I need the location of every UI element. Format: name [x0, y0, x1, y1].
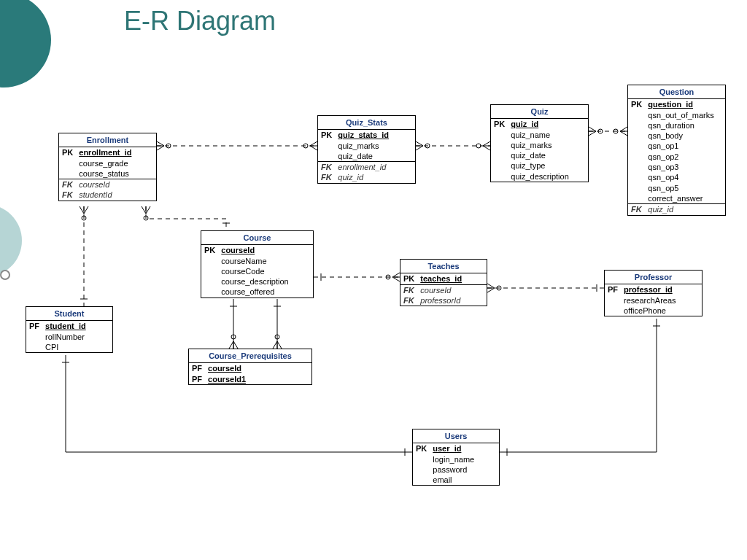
field-keytype: [201, 287, 218, 297]
field-row: qsn_op4: [628, 172, 725, 182]
field-row: PKquiz_id: [491, 119, 588, 129]
entity-title: Course_Prerequisites: [189, 349, 311, 363]
field-name: qsn_body: [645, 131, 725, 141]
field-row: course_grade: [59, 158, 156, 168]
field-row: FKcourseId: [59, 179, 156, 190]
field-row: rollNumber: [26, 332, 112, 342]
field-row: quiz_marks: [318, 141, 415, 151]
field-name: studentId: [76, 190, 156, 200]
entity-fields: PKcourseIdcourseNamecourseCodecourse_des…: [201, 245, 313, 297]
entity-fields: PFstudent_idrollNumberCPI: [26, 321, 112, 352]
field-keytype: [26, 342, 42, 352]
field-row: researchAreas: [605, 295, 702, 306]
field-row: FKquiz_id: [628, 204, 725, 214]
field-keytype: [413, 454, 430, 464]
field-name: officePhone: [621, 306, 702, 316]
field-row: PKuser_id: [413, 443, 499, 454]
field-row: PKenrollment_id: [59, 147, 156, 158]
field-keytype: [628, 110, 645, 120]
entity-course: CoursePKcourseIdcourseNamecourseCodecour…: [201, 230, 314, 298]
field-name: student_id: [42, 321, 112, 331]
field-name: quiz_description: [508, 171, 588, 182]
field-row: qsn_duration: [628, 120, 725, 131]
entity-enrollment: EnrollmentPKenrollment_idcourse_gradecou…: [58, 133, 157, 201]
field-name: qsn_op1: [645, 141, 725, 151]
field-row: login_name: [413, 454, 499, 464]
entity-fields: PKquiz_idquiz_namequiz_marksquiz_datequi…: [491, 119, 588, 182]
entity-fields: PKquestion_idqsn_out_of_marksqsn_duratio…: [628, 99, 725, 214]
field-name: quiz_marks: [335, 141, 415, 151]
field-row: PFcourseId1: [189, 374, 311, 384]
field-keytype: [605, 306, 621, 316]
field-keytype: [318, 151, 335, 162]
field-name: quiz_id: [335, 172, 415, 182]
field-keytype: PF: [26, 321, 42, 331]
field-row: FKquiz_id: [318, 172, 415, 182]
field-name: qsn_duration: [645, 120, 725, 131]
field-name: course_status: [76, 168, 156, 179]
entity-student: StudentPFstudent_idrollNumberCPI: [26, 306, 113, 353]
field-keytype: [201, 256, 218, 266]
field-keytype: [201, 266, 218, 276]
field-name: courseName: [218, 256, 313, 266]
field-row: FKstudentId: [59, 190, 156, 200]
field-row: qsn_op3: [628, 162, 725, 172]
field-name: qsn_op2: [645, 152, 725, 162]
entity-users: UsersPKuser_idlogin_namepasswordemail: [412, 429, 500, 486]
entity-title: Users: [413, 429, 499, 443]
field-name: professorId: [417, 295, 487, 306]
field-keytype: FK: [400, 295, 417, 306]
field-name: courseId: [218, 245, 313, 255]
field-name: user_id: [430, 443, 499, 454]
field-keytype: PK: [491, 119, 508, 129]
field-row: qsn_op5: [628, 183, 725, 193]
field-name: courseId: [205, 363, 311, 373]
field-row: FKenrollment_id: [318, 162, 415, 172]
entity-fields: PKenrollment_idcourse_gradecourse_status…: [59, 147, 156, 200]
field-keytype: [413, 464, 430, 475]
field-row: CPI: [26, 342, 112, 352]
field-row: FKcourseId: [400, 285, 487, 295]
field-row: qsn_op1: [628, 141, 725, 151]
field-name: courseId1: [205, 374, 311, 384]
field-name: quiz_type: [508, 160, 588, 171]
field-keytype: [59, 158, 76, 168]
field-name: qsn_op3: [645, 162, 725, 172]
entity-title: Course: [201, 231, 313, 245]
field-name: CPI: [42, 342, 112, 352]
slide-decoration-dot: [0, 270, 10, 280]
field-row: PKquestion_id: [628, 99, 725, 109]
field-keytype: PF: [605, 284, 621, 295]
field-row: course_offered: [201, 287, 313, 297]
field-row: PKcourseId: [201, 245, 313, 255]
field-keytype: [318, 141, 335, 151]
entity-fields: PKteaches_idFKcourseIdFKprofessorId: [400, 273, 487, 306]
field-row: quiz_marks: [491, 140, 588, 150]
field-keytype: PF: [189, 363, 205, 373]
connector-enr-course: [146, 206, 226, 230]
field-keytype: [628, 141, 645, 151]
entity-title: Professor: [605, 271, 702, 284]
field-name: enrollment_id: [76, 147, 156, 158]
field-name: quiz_id: [645, 204, 725, 214]
field-name: courseCode: [218, 266, 313, 276]
field-keytype: [491, 150, 508, 160]
entity-course_prerequisites: Course_PrerequisitesPFcourseIdPFcourseId…: [188, 349, 312, 385]
field-name: researchAreas: [621, 295, 702, 306]
field-row: PFprofessor_id: [605, 284, 702, 295]
entity-professor: ProfessorPFprofessor_idresearchAreasoffi…: [604, 270, 703, 316]
field-keytype: [628, 152, 645, 162]
field-keytype: [628, 193, 645, 204]
field-name: quiz_id: [508, 119, 588, 129]
slide-decoration-circle: [0, 204, 22, 277]
field-row: quiz_description: [491, 171, 588, 182]
field-keytype: [628, 131, 645, 141]
entity-fields: PKuser_idlogin_namepasswordemail: [413, 443, 499, 485]
entity-fields: PFprofessor_idresearchAreasofficePhone: [605, 284, 702, 316]
entity-title: Student: [26, 307, 112, 321]
field-name: professor_id: [621, 284, 702, 295]
entity-title: Enrollment: [59, 133, 156, 147]
field-keytype: [201, 276, 218, 287]
field-keytype: [628, 120, 645, 131]
connector-prof-users: [500, 319, 657, 452]
